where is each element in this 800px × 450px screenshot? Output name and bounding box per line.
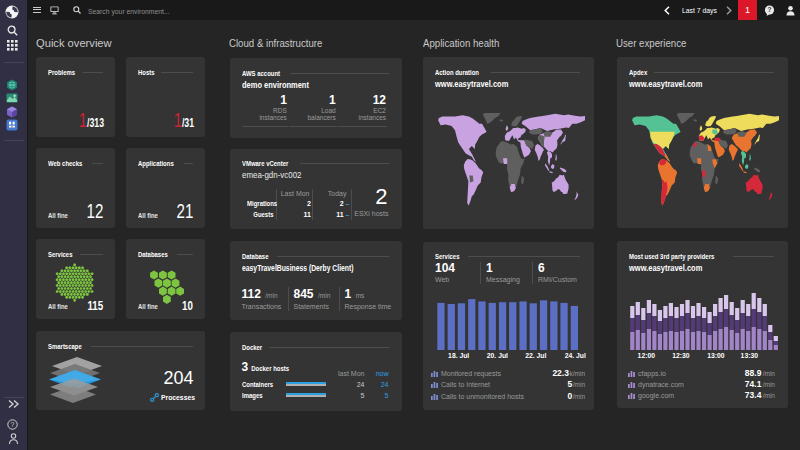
- svg-text:?: ?: [768, 6, 772, 13]
- svg-text:?: ?: [11, 421, 15, 428]
